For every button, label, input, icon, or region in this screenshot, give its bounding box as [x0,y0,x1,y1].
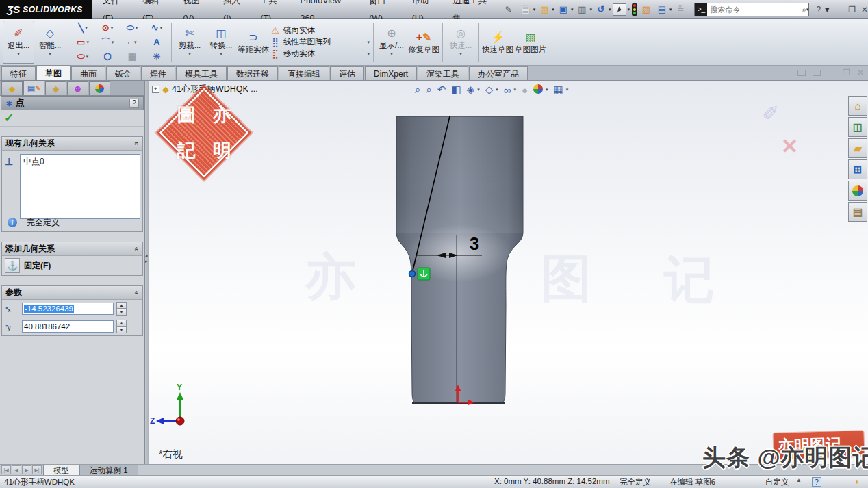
units-caret-icon[interactable]: ▲ [796,477,802,483]
print-icon[interactable]: ▥ [575,3,589,16]
tab-sheetmetal[interactable]: 钣金 [106,66,140,80]
propertymanager-tab[interactable]: ▤✎ [23,80,44,95]
move-entities-button[interactable]: ⣏ 移动实体 ▾ [270,49,371,59]
model-tab[interactable]: 模型 [43,465,79,475]
displaymanager-tab[interactable] [89,81,110,95]
fixed-relation-badge[interactable] [418,268,430,280]
restore-icon[interactable]: ❐ [848,5,856,14]
options-icon[interactable]: ▧ [639,3,653,16]
snap-icon[interactable]: ≞ [674,3,687,16]
doc-minimize-icon[interactable]: — [828,68,836,77]
trim-caret-icon[interactable]: ▾ [188,50,191,58]
quick-snaps-caret-icon[interactable]: ▾ [459,50,462,58]
offset-entities-button[interactable]: ⊃ 等距实体 [237,21,270,64]
x-value-field[interactable]: -14.52326439 [22,303,114,315]
trim-button[interactable]: ✄ 剪裁... ▾ [174,21,205,64]
tab-data-migration[interactable]: 数据迁移 [227,66,278,80]
featuremanager-tab[interactable]: ◆ [1,81,23,95]
pin-icon[interactable]: ✎ [501,5,516,14]
sketch-point[interactable] [409,271,416,277]
close-icon[interactable]: ✕ [861,5,868,14]
fix-relation-button[interactable]: ⚓ 固定(F) [2,256,142,275]
y-spin-up-icon[interactable]: ▲ [116,320,127,326]
arc-tool[interactable]: ⌒▾ [95,35,120,49]
x-spin-up-icon[interactable]: ▲ [116,302,127,309]
move-entities-caret-icon[interactable]: ▾ [367,51,371,57]
save-icon[interactable]: ▣ [557,3,570,16]
line-tool[interactable]: ╲▾ [71,21,95,35]
tab-weldments[interactable]: 焊件 [141,66,175,80]
tab-render-tools[interactable]: 渲染工具 [418,66,468,80]
undo-icon[interactable]: ↺ [594,3,608,16]
collapse-chevron-icon[interactable]: « [133,247,141,251]
tab-evaluate[interactable]: 评估 [330,66,364,80]
tab-first-icon[interactable]: |◀ [1,465,11,474]
undo-caret-icon[interactable]: ▾ [609,7,611,12]
model-canvas[interactable]: 3 Y Z [149,81,868,464]
relations-listbox[interactable]: 中点0 [20,154,140,219]
y-value-field[interactable]: 40.88186742 [22,320,114,333]
smart-dimension-caret-icon[interactable]: ▾ [49,50,51,58]
tab-dimxpert[interactable]: DimXpert [365,66,417,80]
convert-caret-icon[interactable]: ▾ [220,50,222,58]
rapid-sketch-button[interactable]: ⚡ 快速草图 [481,21,514,64]
select-cursor-icon[interactable] [613,3,626,16]
quick-snaps-button[interactable]: ◎ 快速... ▾ [445,21,476,64]
new-document-icon[interactable]: ▤ [519,3,533,16]
help-icon[interactable]: ? [816,5,821,14]
smart-dimension-button[interactable]: ◇ 智能... ▾ [34,21,66,64]
slot-tool[interactable]: ⬭▾ [71,49,95,64]
status-tag-icon[interactable]: ◗ [854,476,860,487]
collapse-chevron-icon[interactable]: « [133,291,141,295]
doc-pane-icon[interactable] [797,70,806,76]
sketch-picture-button[interactable]: ▧ 草图图片 [514,21,547,64]
rectangle-tool[interactable]: ▭▾ [71,35,95,49]
status-help-icon[interactable]: ? [812,477,821,487]
convert-entities-button[interactable]: ◫ 转换... ▾ [205,21,237,64]
point-tool[interactable]: ✳ [144,49,169,64]
polygon-tool[interactable]: ⬡ [95,49,120,64]
spline-tool[interactable]: ∿▾ [144,21,169,35]
tab-next-icon[interactable]: ▶ [22,465,31,474]
circle-tool[interactable]: ⊙▾ [95,21,120,35]
exit-sketch-button[interactable]: ✐ 退出... ▾ [3,21,34,64]
select-caret-icon[interactable]: ▾ [627,7,630,12]
graphics-viewport[interactable]: + ◆ 41心形手柄WDHQK ... ⌕ ⌕ ↶ ◧ ◈▾ ◇▾ ∞▾ ● ▾… [149,81,868,464]
y-spin-down-icon[interactable]: ▼ [116,326,127,333]
search-caret-icon[interactable]: ▾ [806,7,809,12]
tab-features[interactable]: 特征 [1,66,36,80]
list-caret-icon[interactable]: ▾ [669,7,672,12]
tab-surfaces[interactable]: 曲面 [71,66,105,80]
minimize-icon[interactable]: — [834,5,843,14]
configurationmanager-tab[interactable]: ◈ [45,81,66,95]
print-caret-icon[interactable]: ▾ [589,7,592,12]
doc-close-icon[interactable]: ✕ [857,68,864,77]
existing-relations-header[interactable]: 现有几何关系 « [2,137,142,151]
plane-tool[interactable]: ▦ [120,49,144,64]
parameters-header[interactable]: 参数 « [2,286,142,300]
pm-help-icon[interactable]: ? [129,99,139,108]
text-tool[interactable]: A [144,35,169,49]
status-units[interactable]: 自定义 [765,477,789,487]
display-relations-button[interactable]: ⊕ 显示/... ▾ [376,21,407,64]
mirror-entities-button[interactable]: ⚠ 镜向实体 [270,25,371,36]
add-relations-header[interactable]: 添加几何关系 « [2,242,142,256]
dimxpertmanager-tab[interactable]: ⊕ [67,81,88,95]
properties-list-icon[interactable]: ▤ [655,3,669,16]
tab-office-products[interactable]: 办公室产品 [469,66,528,80]
new-caret-icon[interactable]: ▾ [533,7,536,12]
x-spin-down-icon[interactable]: ▼ [116,309,127,316]
tab-mold-tools[interactable]: 模具工具 [176,66,227,80]
search-input[interactable] [707,5,802,14]
exit-sketch-caret-icon[interactable]: ▾ [17,50,20,58]
help-caret-icon[interactable]: ▾ [825,5,829,14]
linear-pattern-button[interactable]: ⣿ 线性草图阵列 ▾ [270,37,371,47]
rebuild-traffic-icon[interactable] [632,3,637,16]
tab-prev-icon[interactable]: ◀ [12,465,21,474]
display-caret-icon[interactable]: ▾ [390,50,393,58]
relation-item[interactable]: 中点0 [23,156,137,168]
tab-sketch[interactable]: 草图 [36,65,71,80]
tab-direct-editing[interactable]: 直接编辑 [279,66,329,80]
save-caret-icon[interactable]: ▾ [571,7,574,12]
doc-pane2-icon[interactable] [813,70,821,76]
